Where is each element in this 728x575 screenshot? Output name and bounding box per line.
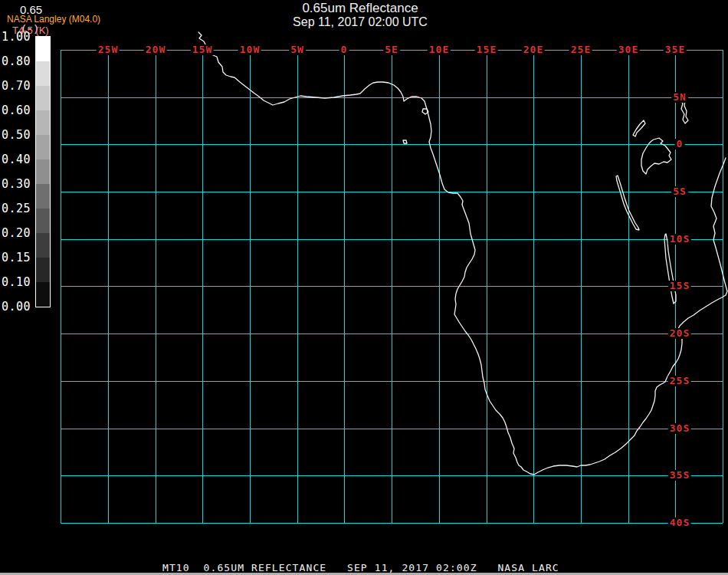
lat-label-15S: 15S <box>668 281 691 291</box>
lat-label-25S: 25S <box>668 376 691 386</box>
lake-tanganyika <box>616 176 639 230</box>
lat-label-5N: 5N <box>671 92 688 103</box>
lat-label-0: 0 <box>675 139 685 150</box>
lon-label-15E: 15E <box>475 44 498 55</box>
lat-label-35S: 35S <box>668 470 691 481</box>
lon-label-30E: 30E <box>617 44 640 55</box>
lat-label-40S: 40S <box>668 518 691 528</box>
lon-label-5W: 5W <box>289 44 306 55</box>
map-plot <box>0 0 728 575</box>
sao-tome-island <box>403 140 407 143</box>
lon-label-10W: 10W <box>238 44 261 55</box>
lon-label-20E: 20E <box>522 44 545 55</box>
africa-mainland-coast <box>198 32 727 475</box>
lon-label-0: 0 <box>339 44 349 55</box>
lat-label-30S: 30S <box>668 423 691 434</box>
lon-label-20W: 20W <box>144 44 167 55</box>
lat-label-5S: 5S <box>671 186 688 197</box>
satellite-image-viewer: 0.65um Reflectance Sep 11, 2017 02:00 UT… <box>0 0 728 575</box>
lat-label-20S: 20S <box>668 328 691 339</box>
lake-victoria <box>641 138 671 174</box>
lon-label-5E: 5E <box>383 44 400 55</box>
lon-label-25W: 25W <box>97 44 120 55</box>
lon-label-10E: 10E <box>428 44 451 55</box>
lat-label-10S: 10S <box>668 234 691 245</box>
lon-label-35E: 35E <box>664 44 687 55</box>
lake-albert <box>633 120 645 136</box>
footer-caption: MT10 0.65UM REFLECTANCE SEP 11, 2017 02:… <box>162 563 559 573</box>
lon-label-25E: 25E <box>569 44 592 55</box>
lon-label-15W: 15W <box>191 44 214 55</box>
